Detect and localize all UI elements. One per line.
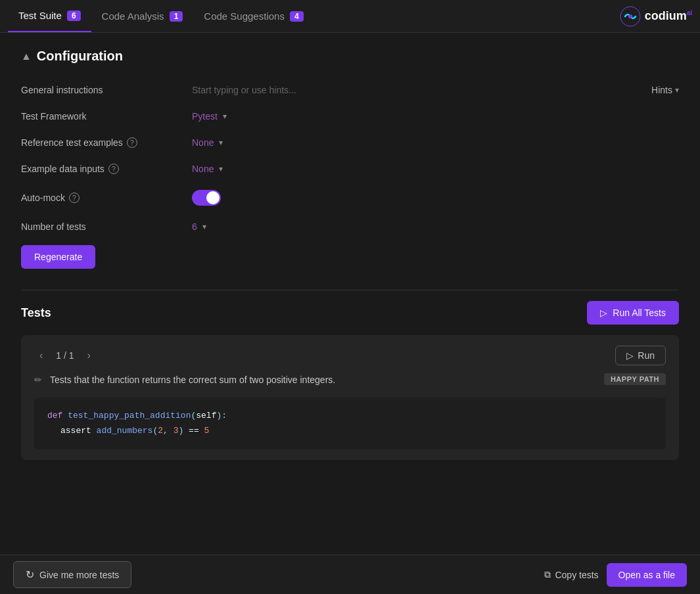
logo: codiumai bbox=[620, 6, 692, 27]
tab-test-suite[interactable]: Test Suite 6 bbox=[8, 0, 91, 32]
auto-mock-row: Auto-mock ? bbox=[21, 182, 679, 214]
next-test-button[interactable]: › bbox=[82, 347, 96, 364]
test-description: Tests that the function returns the corr… bbox=[50, 373, 596, 387]
tests-section: Tests ▷ Run All Tests ‹ 1 / 1 › ▷ Run bbox=[21, 301, 679, 470]
prev-test-button[interactable]: ‹ bbox=[34, 347, 48, 364]
give-more-tests-button[interactable]: ↻ Give me more tests bbox=[13, 561, 131, 588]
tab-test-suite-badge: 6 bbox=[67, 11, 81, 21]
number-of-tests-chevron-icon: ▾ bbox=[202, 222, 206, 231]
regenerate-button[interactable]: Regenerate bbox=[21, 245, 95, 269]
run-all-icon: ▷ bbox=[600, 308, 607, 318]
reference-test-examples-value: None bbox=[192, 137, 214, 148]
run-test-label: Run bbox=[638, 350, 655, 361]
tab-code-suggestions-label: Code Suggestions bbox=[204, 11, 285, 22]
test-pagination-label: 1 / 1 bbox=[56, 350, 74, 361]
reference-test-examples-label: Reference test examples ? bbox=[21, 137, 192, 148]
number-of-tests-row: Number of tests 6 ▾ bbox=[21, 214, 679, 240]
bottom-bar: ↻ Give me more tests ⧉ Copy tests Open a… bbox=[0, 555, 700, 594]
tests-header: Tests ▷ Run All Tests bbox=[21, 301, 679, 325]
tab-code-suggestions[interactable]: Code Suggestions 4 bbox=[193, 0, 314, 32]
general-instructions-label: General instructions bbox=[21, 85, 192, 95]
copy-tests-button[interactable]: ⧉ Copy tests bbox=[544, 569, 598, 580]
logo-text: codiumai bbox=[645, 9, 692, 23]
configuration-title: Configuration bbox=[37, 49, 123, 64]
toggle-knob bbox=[206, 191, 220, 204]
example-data-inputs-value: None bbox=[192, 164, 214, 174]
tab-code-analysis[interactable]: Code Analysis 1 bbox=[91, 0, 194, 32]
reference-test-examples-help-icon[interactable]: ? bbox=[127, 137, 137, 148]
test-framework-row: Test Framework Pytest ▾ bbox=[21, 103, 679, 129]
auto-mock-help-icon[interactable]: ? bbox=[69, 193, 80, 203]
hints-label: Hints bbox=[651, 85, 672, 95]
tab-code-analysis-label: Code Analysis bbox=[102, 11, 164, 22]
edit-icon[interactable]: ✏ bbox=[34, 375, 42, 385]
copy-tests-label: Copy tests bbox=[555, 570, 598, 580]
test-framework-chevron-icon: ▾ bbox=[223, 112, 227, 121]
tab-bar: Test Suite 6 Code Analysis 1 Code Sugges… bbox=[0, 0, 700, 33]
number-of-tests-value: 6 bbox=[192, 221, 197, 232]
test-badge: HAPPY PATH bbox=[604, 373, 666, 385]
example-data-inputs-label: Example data inputs ? bbox=[21, 164, 192, 174]
toggle-switch[interactable] bbox=[192, 190, 221, 206]
bottom-right-actions: ⧉ Copy tests Open as a file bbox=[544, 563, 687, 587]
chevron-up-icon: ▲ bbox=[21, 51, 32, 62]
run-test-button[interactable]: ▷ Run bbox=[615, 346, 666, 365]
code-line-2: assert add_numbers(2, 3) == 5 bbox=[47, 423, 653, 438]
copy-icon: ⧉ bbox=[544, 569, 551, 580]
test-framework-value: Pytest bbox=[192, 111, 218, 122]
section-divider bbox=[21, 290, 679, 290]
configuration-header: ▲ Configuration bbox=[21, 49, 679, 64]
reference-test-examples-row: Reference test examples ? None ▾ bbox=[21, 129, 679, 156]
refresh-icon: ↻ bbox=[26, 568, 34, 581]
tests-title: Tests bbox=[21, 306, 51, 320]
run-all-tests-button[interactable]: ▷ Run All Tests bbox=[587, 301, 679, 325]
number-of-tests-dropdown[interactable]: 6 ▾ bbox=[192, 221, 206, 232]
main-content: ▲ Configuration General instructions Sta… bbox=[0, 33, 700, 555]
example-data-inputs-row: Example data inputs ? None ▾ bbox=[21, 156, 679, 182]
code-line-1: def test_happy_path_addition(self): bbox=[47, 408, 653, 423]
example-data-inputs-help-icon[interactable]: ? bbox=[108, 164, 119, 174]
configuration-section: ▲ Configuration General instructions Sta… bbox=[21, 49, 679, 274]
test-framework-dropdown[interactable]: Pytest ▾ bbox=[192, 111, 227, 122]
test-code-block: def test_happy_path_addition(self): asse… bbox=[34, 398, 666, 449]
run-test-icon: ▷ bbox=[626, 350, 634, 361]
hints-button[interactable]: Hints ▾ bbox=[651, 85, 679, 95]
test-pagination: ‹ 1 / 1 › bbox=[34, 347, 96, 364]
svg-point-1 bbox=[628, 14, 632, 18]
hints-chevron-icon: ▾ bbox=[675, 85, 679, 95]
run-all-label: Run All Tests bbox=[613, 308, 666, 318]
reference-test-examples-dropdown[interactable]: None ▾ bbox=[192, 137, 223, 148]
test-item: ‹ 1 / 1 › ▷ Run ✏ Tests that the functio… bbox=[21, 335, 679, 460]
example-data-inputs-chevron-icon: ▾ bbox=[219, 164, 223, 173]
auto-mock-label: Auto-mock ? bbox=[21, 193, 192, 203]
auto-mock-toggle[interactable] bbox=[192, 190, 221, 206]
tab-code-suggestions-badge: 4 bbox=[290, 11, 304, 22]
general-instructions-input[interactable]: Start typing or use hints... bbox=[192, 85, 296, 95]
codium-logo-icon bbox=[620, 6, 641, 27]
example-data-inputs-dropdown[interactable]: None ▾ bbox=[192, 164, 223, 174]
number-of-tests-label: Number of tests bbox=[21, 221, 192, 232]
test-description-row: ✏ Tests that the function returns the co… bbox=[34, 373, 666, 387]
reference-test-examples-chevron-icon: ▾ bbox=[219, 138, 223, 147]
tab-test-suite-label: Test Suite bbox=[18, 10, 62, 21]
general-instructions-row: General instructions Start typing or use… bbox=[21, 77, 679, 103]
test-navigation: ‹ 1 / 1 › ▷ Run bbox=[34, 346, 666, 365]
logo-ai-suffix: ai bbox=[687, 9, 692, 16]
open-as-file-button[interactable]: Open as a file bbox=[607, 563, 687, 587]
test-framework-label: Test Framework bbox=[21, 111, 192, 122]
tab-code-analysis-badge: 1 bbox=[170, 11, 183, 22]
give-more-tests-label: Give me more tests bbox=[39, 570, 119, 580]
